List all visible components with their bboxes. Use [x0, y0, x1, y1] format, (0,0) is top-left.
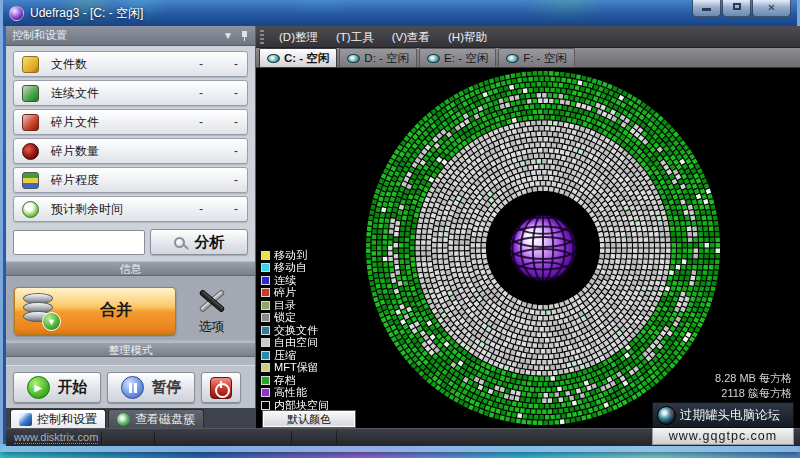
- disktrix-link[interactable]: www.disktrix.com: [14, 431, 98, 444]
- disk-stack-icon: ▼: [23, 293, 57, 329]
- time-remaining-icon: [22, 201, 39, 218]
- chevron-down-icon[interactable]: ▼: [223, 30, 233, 41]
- control-panel-title: 控制和设置: [12, 28, 67, 43]
- menu-help[interactable]: (H)帮助: [439, 26, 496, 48]
- sidebar-tabbar: 控制和设置 查看磁盘簇: [6, 408, 256, 428]
- mb-per-square: 8.28 MB 每方格: [715, 371, 792, 386]
- drive-tab-c[interactable]: C: - 空闲: [259, 48, 337, 67]
- color-swatch[interactable]: [261, 363, 270, 372]
- mode-section-header: 整理模式: [6, 342, 255, 357]
- fragment-count-icon: [22, 143, 39, 160]
- app-icon: [9, 6, 24, 21]
- color-swatch[interactable]: [261, 276, 270, 285]
- clusters-per-square: 2118 簇每方格: [715, 386, 792, 401]
- statusbar-separator: [154, 431, 155, 445]
- stat-row-fragmentation-level: 碎片程度 -: [13, 167, 248, 193]
- search-icon: [174, 237, 185, 248]
- stat-value: -: [234, 202, 238, 216]
- clusters-tab-icon: [117, 413, 130, 426]
- arrow-down-icon: ▼: [42, 312, 61, 331]
- menu-tools[interactable]: (T)工具: [327, 26, 383, 48]
- drive-tab-f[interactable]: F: - 空闲: [498, 48, 574, 67]
- drive-tab-d[interactable]: D: - 空闲: [339, 48, 417, 67]
- pin-icon[interactable]: [241, 31, 249, 41]
- stat-value: -: [199, 115, 203, 129]
- map-scale-info: 8.28 MB 每方格 2118 簇每方格: [715, 371, 792, 401]
- stat-row-time-remaining: 预计剩余时间 - -: [13, 196, 248, 222]
- fragmented-files-icon: [22, 114, 39, 131]
- color-swatch[interactable]: [261, 351, 270, 360]
- menu-view[interactable]: (V)查看: [383, 26, 439, 48]
- color-swatch[interactable]: [261, 338, 270, 347]
- stat-value: -: [199, 202, 203, 216]
- drive-tab-e[interactable]: E: - 空闲: [419, 48, 496, 67]
- menubar: (D)整理 (T)工具 (V)查看 (H)帮助: [256, 26, 800, 48]
- camera-lens-icon: [657, 406, 676, 425]
- color-swatch[interactable]: [261, 326, 270, 335]
- pause-icon: [121, 376, 144, 399]
- color-swatch[interactable]: [261, 388, 270, 397]
- play-icon: ▶: [27, 376, 50, 399]
- minimize-button[interactable]: [692, 0, 721, 17]
- statusbar-separator: [291, 431, 292, 445]
- stat-value: -: [234, 86, 238, 100]
- disk-icon: [506, 54, 519, 63]
- window-title: Udefrag3 - [C: - 空闲]: [30, 5, 143, 22]
- legend: 移动到 移动自 连续 碎片 目录 锁定 交换文件 自由空间 压缩 MFT保留 存…: [261, 249, 329, 412]
- merge-button[interactable]: ▼ 合并: [14, 287, 176, 335]
- color-swatch[interactable]: [261, 313, 270, 322]
- legend-item: 内部块空间: [261, 399, 329, 412]
- stat-value: -: [234, 173, 238, 187]
- watermark-text: 过期罐头电脑论坛: [680, 407, 780, 424]
- default-colors-button[interactable]: 默认颜色: [263, 411, 355, 427]
- tools-icon: [195, 285, 229, 315]
- watermark-url: www.gqgtpc.com: [652, 428, 794, 445]
- contiguous-files-icon: [22, 85, 39, 102]
- maximize-button[interactable]: [722, 0, 751, 17]
- controls-section: ▶ 开始 暂停: [6, 365, 255, 409]
- pause-button[interactable]: 暂停: [107, 372, 195, 403]
- settings-tab-icon: [19, 413, 32, 426]
- stat-value: -: [234, 57, 238, 71]
- start-button[interactable]: ▶ 开始: [13, 372, 101, 403]
- control-panel-header: 控制和设置 ▼: [6, 26, 255, 46]
- analyze-button[interactable]: 分析: [150, 229, 248, 255]
- analyze-row: 分析: [6, 227, 255, 261]
- files-count-icon: [22, 56, 39, 73]
- close-button[interactable]: ✕: [752, 0, 791, 17]
- stop-button[interactable]: [201, 372, 241, 403]
- options-button[interactable]: 选项: [176, 285, 247, 336]
- stat-value: -: [199, 57, 203, 71]
- merge-section: ▼ 合并 选项: [6, 276, 255, 340]
- color-swatch[interactable]: [261, 288, 270, 297]
- stat-row-files: 文件数 - -: [13, 51, 248, 77]
- stat-row-fragment-count: 碎片数量 -: [13, 138, 248, 164]
- toolbar-grip: [260, 30, 264, 44]
- statusbar-separator: [101, 431, 102, 445]
- stat-row-contiguous: 连续文件 - -: [13, 80, 248, 106]
- app-window: Udefrag3 - [C: - 空闲] ✕ 控制和设置 ▼: [0, 0, 800, 452]
- fragmentation-level-icon: [22, 172, 39, 189]
- color-swatch[interactable]: [261, 301, 270, 310]
- main-panel: (D)整理 (T)工具 (V)查看 (H)帮助 C: - 空闲 D: - 空闲: [256, 26, 800, 428]
- disk-icon: [267, 54, 280, 63]
- stat-value: -: [234, 115, 238, 129]
- stats-section: 文件数 - - 连续文件 - - 碎片文件: [6, 46, 255, 227]
- color-swatch[interactable]: [261, 401, 270, 410]
- stat-row-fragmented: 碎片文件 - -: [13, 109, 248, 135]
- disk-map-area: 移动到 移动自 连续 碎片 目录 锁定 交换文件 自由空间 压缩 MFT保留 存…: [256, 68, 800, 428]
- desktop: Udefrag3 - [C: - 空闲] ✕ 控制和设置 ▼: [0, 0, 800, 458]
- restore-icon: [733, 3, 741, 10]
- control-panel: 控制和设置 ▼ 文件数 - -: [6, 26, 256, 428]
- close-icon: ✕: [767, 2, 775, 13]
- color-swatch[interactable]: [261, 376, 270, 385]
- color-swatch[interactable]: [261, 263, 270, 272]
- tab-view-clusters[interactable]: 查看磁盘簇: [108, 409, 204, 428]
- statusbar-separator: [336, 431, 337, 445]
- color-swatch[interactable]: [261, 251, 270, 260]
- watermark: 过期罐头电脑论坛 www.gqgtpc.com: [652, 402, 794, 445]
- disk-icon: [347, 54, 360, 63]
- analyze-input[interactable]: [13, 230, 145, 255]
- menu-defrag[interactable]: (D)整理: [270, 26, 327, 48]
- tab-control-settings[interactable]: 控制和设置: [10, 409, 106, 428]
